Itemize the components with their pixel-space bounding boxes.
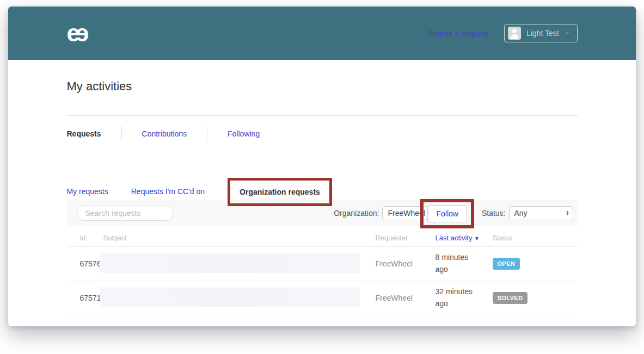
- column-header-status: Status: [493, 234, 578, 242]
- status-selected-value: Any: [514, 209, 528, 218]
- title-divider: [67, 115, 578, 116]
- status-select[interactable]: Any ▲▼: [509, 206, 573, 220]
- activity-tabs: Requests Contributions Following: [67, 126, 578, 141]
- logo-letter-mirrored: e: [78, 21, 89, 45]
- request-subject-redacted[interactable]: [100, 253, 360, 273]
- request-last-activity: 8 minutes ago: [436, 252, 479, 275]
- request-requester: FreeWheel: [376, 294, 436, 302]
- sort-desc-icon: ▼: [474, 235, 480, 241]
- column-header-requester: Requester: [376, 234, 436, 242]
- status-label: Status:: [482, 209, 506, 218]
- request-subject-redacted[interactable]: [100, 288, 360, 307]
- user-avatar-icon: [508, 27, 521, 40]
- status-badge: OPEN: [493, 258, 520, 270]
- top-navigation-bar: e e Submit a request Light Test ⌄: [8, 7, 636, 60]
- subtab-organization-requests[interactable]: Organization requests: [240, 188, 320, 196]
- annotation-box-follow: Follow: [420, 199, 474, 228]
- tab-requests[interactable]: Requests: [67, 129, 101, 138]
- table-row: 67576 FreeWheel 8 minutes ago OPEN: [67, 247, 578, 281]
- column-header-last-activity: Last activity ▼: [436, 234, 493, 242]
- request-last-activity: 32 minutes ago: [436, 286, 479, 309]
- row-divider: [67, 315, 578, 315]
- tab-separator: [121, 126, 122, 141]
- status-badge: SOLVED: [493, 292, 528, 304]
- select-spinner-icon: ▲▼: [566, 210, 569, 216]
- brand-logo[interactable]: e e: [67, 21, 89, 45]
- sort-by-last-activity[interactable]: Last activity ▼: [436, 234, 480, 242]
- search-input[interactable]: [77, 205, 174, 221]
- help-center-window: e e Submit a request Light Test ⌄ My act…: [8, 7, 636, 326]
- request-requester: FreeWheel: [376, 259, 436, 268]
- organization-selected-value: FreeWheel: [388, 209, 425, 218]
- subtab-requests-ccd[interactable]: Requests I'm CC'd on: [131, 187, 205, 196]
- table-header-row: Id Subject Requester Last activity ▼ Sta…: [67, 226, 578, 246]
- subtab-my-requests[interactable]: My requests: [67, 187, 108, 196]
- submit-request-link[interactable]: Submit a request: [427, 29, 489, 38]
- follow-button[interactable]: Follow: [427, 205, 467, 222]
- tab-following[interactable]: Following: [228, 129, 260, 138]
- column-header-subject: Subject: [103, 234, 376, 242]
- request-id: 67576: [67, 259, 103, 268]
- page-title: My activities: [67, 79, 578, 94]
- request-id: 67571: [67, 294, 103, 302]
- table-row: 67571 FreeWheel 32 minutes ago SOLVED: [67, 281, 578, 315]
- user-name: Light Test: [526, 29, 559, 38]
- column-header-id: Id: [67, 234, 103, 242]
- tab-separator: [207, 126, 207, 141]
- requests-table: Id Subject Requester Last activity ▼ Sta…: [67, 226, 578, 315]
- chevron-down-icon: ⌄: [565, 30, 571, 34]
- organization-label: Organization:: [334, 209, 379, 218]
- user-menu-button[interactable]: Light Test ⌄: [504, 24, 578, 42]
- logo-letter: e: [67, 21, 78, 45]
- request-subtabs: My requests Requests I'm CC'd on Organiz…: [67, 186, 578, 197]
- annotation-box-organization-requests: Organization requests: [228, 178, 332, 206]
- tab-contributions[interactable]: Contributions: [142, 129, 187, 138]
